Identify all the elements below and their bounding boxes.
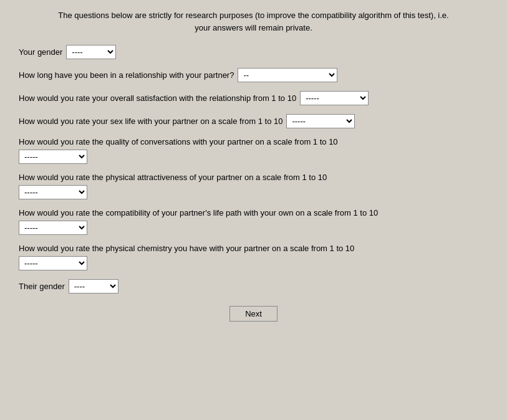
life-path-label: How would you rate the compatibility of … (19, 208, 488, 217)
sex-life-label: How would you rate your sex life with yo… (19, 117, 282, 126)
relationship-length-select[interactable]: -- Less than 1 year 1-2 years 2-5 years … (238, 68, 337, 82)
form-section: Your gender ---- Male Female Other How l… (12, 45, 495, 322)
overall-satisfaction-select[interactable]: ----- 12345 678910 (300, 91, 369, 105)
relationship-length-row: How long have you been in a relationship… (19, 68, 488, 82)
button-row: Next (19, 306, 488, 322)
physical-chemistry-select[interactable]: ----- 12345 678910 (19, 256, 87, 270)
their-gender-label: Their gender (19, 282, 65, 291)
physical-attractiveness-label: How would you rate the physical attracti… (19, 173, 488, 182)
your-gender-select[interactable]: ---- Male Female Other (66, 45, 116, 59)
your-gender-row: Your gender ---- Male Female Other (19, 45, 488, 59)
physical-attractiveness-select[interactable]: ----- 12345 678910 (19, 185, 87, 199)
intro-line2: your answers will remain private. (195, 23, 312, 32)
relationship-length-label: How long have you been in a relationship… (19, 70, 234, 80)
their-gender-row: Their gender ---- Male Female Other (19, 279, 488, 294)
conversation-quality-label: How would you rate the quality of conver… (19, 137, 488, 146)
sex-life-select[interactable]: ----- 12345 678910 (286, 114, 355, 128)
their-gender-select[interactable]: ---- Male Female Other (69, 279, 118, 294)
page-container: The questions below are strictly for res… (0, 0, 507, 420)
your-gender-label: Your gender (19, 47, 62, 57)
physical-chemistry-row: How would you rate the physical chemistr… (19, 244, 488, 270)
physical-attractiveness-row: How would you rate the physical attracti… (19, 173, 488, 199)
physical-chemistry-label: How would you rate the physical chemistr… (19, 244, 488, 253)
life-path-row: How would you rate the compatibility of … (19, 208, 488, 235)
intro-text: The questions below are strictly for res… (12, 9, 495, 34)
overall-satisfaction-label: How would you rate your overall satisfac… (19, 93, 296, 103)
conversation-quality-row: How would you rate the quality of conver… (19, 137, 488, 164)
conversation-quality-select[interactable]: ----- 12345 678910 (19, 150, 87, 164)
overall-satisfaction-row: How would you rate your overall satisfac… (19, 91, 488, 105)
life-path-select[interactable]: ----- 12345 678910 (19, 221, 87, 235)
sex-life-row: How would you rate your sex life with yo… (19, 114, 488, 128)
next-button[interactable]: Next (229, 306, 278, 322)
intro-line1: The questions below are strictly for res… (58, 11, 448, 20)
